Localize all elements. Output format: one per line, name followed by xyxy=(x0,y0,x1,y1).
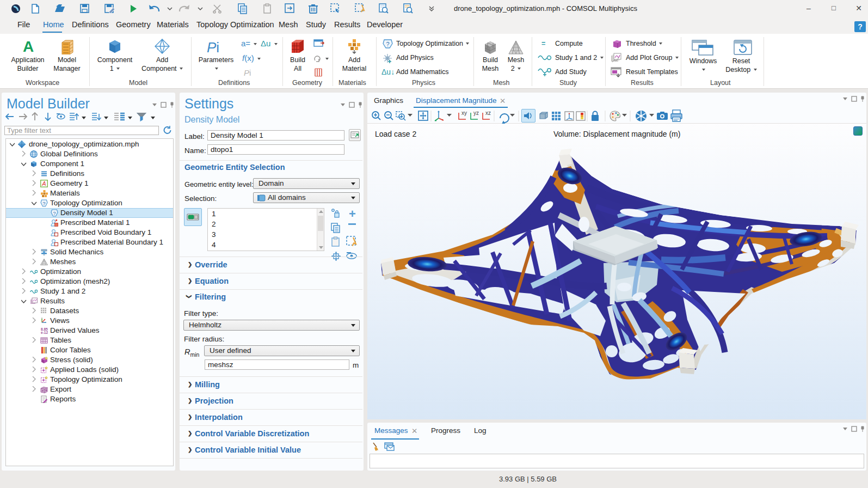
svg-text:?: ? xyxy=(386,41,389,47)
svg-text:xz: xz xyxy=(485,110,491,116)
svg-text:xy: xy xyxy=(461,110,467,116)
svg-text:yz: yz xyxy=(473,110,479,116)
